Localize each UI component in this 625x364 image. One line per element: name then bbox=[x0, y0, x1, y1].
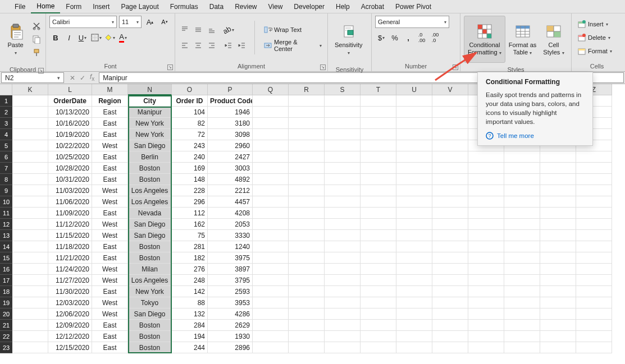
menu-insert[interactable]: Insert bbox=[87, 1, 115, 13]
cell[interactable] bbox=[576, 241, 612, 252]
cell[interactable]: East bbox=[92, 241, 128, 252]
row-header[interactable]: 16 bbox=[0, 264, 12, 275]
cell[interactable]: 2212 bbox=[208, 185, 253, 196]
cell[interactable] bbox=[576, 252, 612, 264]
cell[interactable]: Los Angeles bbox=[128, 185, 172, 196]
row-header[interactable]: 14 bbox=[0, 241, 12, 252]
cell[interactable]: 11/27/2020 bbox=[48, 275, 92, 286]
cell[interactable] bbox=[396, 275, 432, 286]
cell[interactable]: Boston bbox=[128, 252, 172, 264]
menu-formulas[interactable]: Formulas bbox=[165, 1, 204, 13]
cell[interactable] bbox=[289, 140, 325, 151]
cell[interactable] bbox=[576, 208, 612, 219]
cell[interactable] bbox=[504, 331, 540, 342]
cell[interactable] bbox=[289, 275, 325, 286]
format-cells-button[interactable]: Format ▾ bbox=[575, 45, 614, 57]
cell[interactable] bbox=[361, 163, 396, 174]
cell[interactable]: New York bbox=[128, 118, 172, 129]
cell[interactable] bbox=[504, 163, 540, 174]
cell[interactable]: 169 bbox=[172, 163, 208, 174]
cell[interactable] bbox=[253, 140, 289, 151]
row-header[interactable]: 8 bbox=[0, 174, 12, 185]
cell[interactable]: 88 bbox=[172, 297, 208, 308]
cell[interactable]: Boston bbox=[128, 241, 172, 252]
cell[interactable] bbox=[540, 342, 576, 353]
cell[interactable] bbox=[253, 252, 289, 264]
cell[interactable] bbox=[289, 185, 325, 196]
cell[interactable] bbox=[540, 208, 576, 219]
cell[interactable] bbox=[396, 252, 432, 264]
cell[interactable] bbox=[504, 185, 540, 196]
col-header-P[interactable]: P bbox=[208, 84, 253, 95]
cell[interactable] bbox=[325, 185, 361, 196]
col-header-S[interactable]: S bbox=[325, 84, 361, 95]
cell[interactable]: 11/09/2020 bbox=[48, 208, 92, 219]
font-name-combo[interactable]: Calibri▾ bbox=[49, 16, 117, 28]
cell[interactable] bbox=[361, 308, 396, 320]
format-painter-button[interactable] bbox=[30, 47, 43, 59]
cell[interactable] bbox=[12, 241, 48, 252]
cell[interactable]: 10/19/2020 bbox=[48, 129, 92, 140]
cell[interactable] bbox=[253, 230, 289, 241]
cell[interactable] bbox=[361, 342, 396, 353]
cell[interactable] bbox=[504, 342, 540, 353]
cell[interactable]: 182 bbox=[172, 252, 208, 264]
cell[interactable] bbox=[325, 107, 361, 118]
cell[interactable]: 12/06/2020 bbox=[48, 308, 92, 320]
menu-acrobat[interactable]: Acrobat bbox=[355, 1, 390, 13]
cell[interactable]: 4286 bbox=[208, 308, 253, 320]
cell[interactable]: West bbox=[92, 140, 128, 151]
cell[interactable] bbox=[253, 308, 289, 320]
cell[interactable] bbox=[253, 275, 289, 286]
cell[interactable] bbox=[504, 230, 540, 241]
align-top-button[interactable] bbox=[179, 24, 191, 36]
cell[interactable] bbox=[325, 286, 361, 297]
cell[interactable]: 284 bbox=[172, 320, 208, 331]
cell[interactable]: West bbox=[92, 264, 128, 275]
cell[interactable] bbox=[253, 208, 289, 219]
cell[interactable]: 11/18/2020 bbox=[48, 241, 92, 252]
cell[interactable] bbox=[540, 320, 576, 331]
cell[interactable]: Boston bbox=[128, 331, 172, 342]
cell[interactable]: East bbox=[92, 151, 128, 163]
cell[interactable] bbox=[396, 118, 432, 129]
cell[interactable] bbox=[576, 151, 612, 163]
cell[interactable]: 1930 bbox=[208, 331, 253, 342]
cell[interactable]: 104 bbox=[172, 107, 208, 118]
cell[interactable] bbox=[468, 320, 504, 331]
col-header-R[interactable]: R bbox=[289, 84, 325, 95]
bold-button[interactable]: B bbox=[49, 31, 62, 44]
col-header-L[interactable]: L bbox=[48, 84, 92, 95]
cell[interactable] bbox=[289, 174, 325, 185]
cell[interactable]: 2593 bbox=[208, 286, 253, 297]
cell[interactable]: 82 bbox=[172, 118, 208, 129]
cell[interactable] bbox=[361, 286, 396, 297]
cell[interactable]: 11/30/2020 bbox=[48, 286, 92, 297]
cell[interactable] bbox=[396, 174, 432, 185]
row-header[interactable]: 17 bbox=[0, 275, 12, 286]
cell[interactable] bbox=[12, 320, 48, 331]
cell[interactable] bbox=[289, 241, 325, 252]
increase-decimal-button[interactable]: .0.00 bbox=[416, 31, 428, 44]
paste-button[interactable]: Paste ▾ bbox=[3, 16, 28, 63]
cell[interactable] bbox=[432, 129, 468, 140]
cell[interactable] bbox=[540, 174, 576, 185]
cell[interactable] bbox=[540, 185, 576, 196]
cell[interactable]: Boston bbox=[128, 342, 172, 353]
percent-button[interactable]: % bbox=[389, 31, 401, 44]
cell[interactable] bbox=[361, 331, 396, 342]
decrease-indent-button[interactable] bbox=[222, 39, 235, 52]
cell[interactable] bbox=[468, 163, 504, 174]
row-header[interactable]: 5 bbox=[0, 140, 12, 151]
cell[interactable] bbox=[361, 129, 396, 140]
cell[interactable] bbox=[396, 297, 432, 308]
cell[interactable] bbox=[504, 174, 540, 185]
cell[interactable]: Los Angeles bbox=[128, 196, 172, 208]
cell[interactable] bbox=[253, 241, 289, 252]
cell[interactable]: 296 bbox=[172, 196, 208, 208]
cell[interactable]: 10/31/2020 bbox=[48, 174, 92, 185]
cell[interactable] bbox=[325, 308, 361, 320]
cell[interactable] bbox=[253, 331, 289, 342]
cell[interactable] bbox=[12, 95, 48, 107]
cell[interactable] bbox=[396, 286, 432, 297]
